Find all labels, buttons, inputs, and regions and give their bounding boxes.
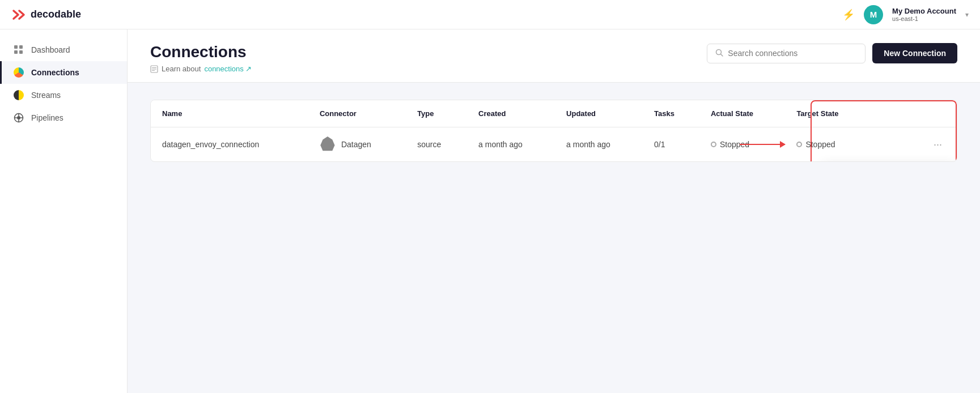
logo-text: decodable: [31, 8, 81, 20]
search-input[interactable]: [728, 49, 857, 58]
logo-icon: [11, 8, 27, 21]
target-state-inner: Stopped: [796, 140, 835, 149]
more-options-button[interactable]: ···: [930, 138, 945, 152]
page-subtitle: Learn about connections ↗: [150, 65, 252, 73]
account-name: My Demo Account: [892, 7, 956, 15]
account-region: us-east-1: [892, 15, 918, 22]
cell-updated: a month ago: [555, 127, 643, 162]
arrow-line: [740, 144, 785, 145]
sidebar-item-streams[interactable]: Streams: [0, 84, 127, 106]
avatar: M: [864, 5, 883, 24]
connections-table: Name Connector Type Created Updated Task…: [150, 100, 957, 162]
connections-link[interactable]: connections ↗: [204, 65, 252, 73]
sidebar-label-pipelines: Pipelines: [31, 113, 63, 122]
page-header: Connections Learn about connections ↗: [128, 29, 980, 83]
col-actual-state: Actual State: [699, 100, 785, 127]
col-tasks: Tasks: [643, 100, 699, 127]
sidebar-label-dashboard: Dashboard: [31, 45, 70, 54]
col-target-state: Target State: [785, 100, 957, 127]
col-name: Name: [151, 100, 308, 127]
sidebar-label-connections: Connections: [31, 68, 79, 77]
account-chevron-icon[interactable]: ▾: [965, 11, 969, 19]
logo: decodable: [11, 8, 81, 21]
target-state-cell: Stopped ···: [796, 138, 945, 152]
sidebar: Dashboard Connections Streams Pipeline: [0, 29, 128, 393]
connector-name: Datagen: [341, 140, 371, 149]
sidebar-item-connections[interactable]: Connections: [0, 61, 127, 84]
doc-icon: [150, 65, 158, 73]
cell-created: a month ago: [467, 127, 555, 162]
dashboard-icon: [13, 44, 24, 55]
table-row: datagen_envoy_connection Datagen source …: [151, 127, 957, 162]
streams-icon: [13, 89, 24, 101]
target-state-dot: [796, 142, 802, 147]
datagen-icon: [320, 136, 336, 152]
page-title: Connections: [150, 43, 252, 61]
new-connection-button[interactable]: New Connection: [872, 43, 957, 63]
topbar-right: ⚡ M My Demo Account us-east-1 ▾: [842, 5, 969, 24]
search-box[interactable]: [707, 44, 866, 63]
col-updated: Updated: [555, 100, 643, 127]
svg-point-1: [17, 116, 20, 119]
account-info: My Demo Account us-east-1: [892, 7, 956, 22]
layout: Dashboard Connections Streams Pipeline: [0, 29, 980, 393]
table-body: datagen_envoy_connection Datagen source …: [151, 127, 957, 162]
page-actions: New Connection: [707, 43, 957, 63]
main-content: Connections Learn about connections ↗: [128, 29, 980, 393]
sidebar-item-pipelines[interactable]: Pipelines: [0, 106, 127, 129]
topbar: decodable ⚡ M My Demo Account us-east-1 …: [0, 0, 980, 29]
page-title-area: Connections Learn about connections ↗: [150, 43, 252, 73]
arrow-head: [780, 141, 786, 148]
cell-connector: Datagen: [308, 127, 406, 162]
arrow-annotation: [740, 144, 785, 145]
col-connector: Connector: [308, 100, 406, 127]
col-type: Type: [406, 100, 467, 127]
col-created: Created: [467, 100, 555, 127]
bolt-icon[interactable]: ⚡: [842, 8, 855, 21]
connections-table-element: Name Connector Type Created Updated Task…: [151, 100, 957, 161]
target-state-text: Stopped: [805, 140, 835, 149]
cell-type: source: [406, 127, 467, 162]
subtitle-text: Learn about: [162, 65, 201, 73]
pipelines-icon: [13, 112, 24, 123]
cell-name: datagen_envoy_connection: [151, 127, 308, 162]
sidebar-label-streams: Streams: [31, 91, 61, 100]
table-header: Name Connector Type Created Updated Task…: [151, 100, 957, 127]
table-area: Name Connector Type Created Updated Task…: [128, 83, 980, 179]
cell-target-state[interactable]: Stopped ···: [785, 127, 957, 162]
sidebar-item-dashboard[interactable]: Dashboard: [0, 39, 127, 61]
cell-tasks: 0/1: [643, 127, 699, 162]
search-icon: [715, 49, 723, 58]
connections-icon: [13, 67, 24, 78]
actual-state-dot: [711, 142, 716, 147]
